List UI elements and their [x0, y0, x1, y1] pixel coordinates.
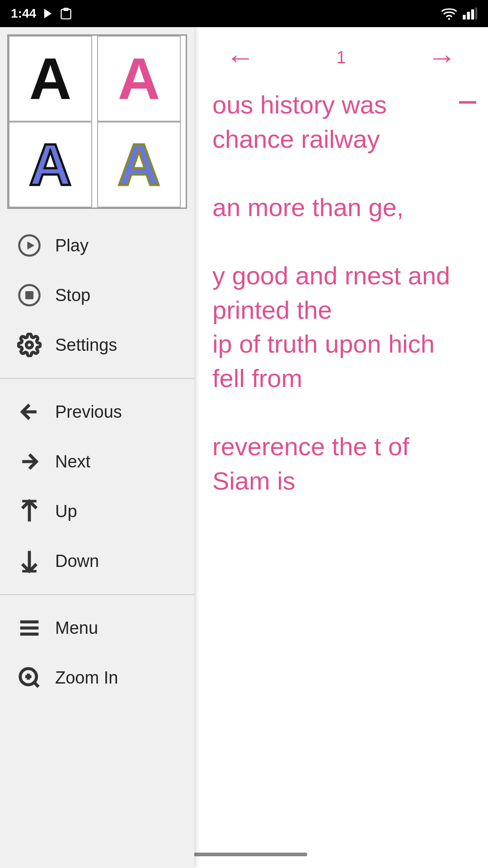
play-menu-item[interactable]: Play — [0, 221, 194, 270]
signal-icon — [463, 7, 477, 20]
next-arrow-button[interactable]: → — [427, 41, 456, 74]
gear-icon — [16, 332, 42, 358]
menu-menu-item[interactable]: Menu — [0, 603, 194, 653]
play-status-icon — [42, 7, 54, 20]
arrow-up-icon — [16, 498, 42, 524]
arrow-right-icon — [16, 448, 42, 475]
up-label: Up — [55, 502, 77, 521]
svg-rect-11 — [25, 291, 33, 299]
arrow-left-icon — [16, 399, 42, 425]
font-cell-pink[interactable]: A — [97, 36, 181, 122]
font-letter-black: A — [29, 49, 72, 108]
font-cell-olive-outline[interactable]: A — [97, 122, 181, 208]
font-cell-black[interactable]: A — [9, 36, 92, 122]
play-label: Play — [55, 236, 89, 255]
divider-1 — [0, 378, 194, 379]
navigation-section: Previous Next — [0, 382, 194, 590]
page-number: 1 — [336, 48, 346, 67]
svg-point-12 — [26, 342, 33, 348]
svg-rect-6 — [471, 9, 474, 20]
svg-point-3 — [448, 18, 450, 20]
previous-menu-item[interactable]: Previous — [0, 387, 194, 437]
zoom-in-menu-item[interactable]: Zoom In — [0, 653, 194, 703]
divider-2 — [0, 594, 194, 595]
nav-arrows-bar: ← 1 → — [208, 36, 474, 79]
svg-rect-7 — [475, 8, 477, 20]
font-letter-olive-outline: A — [118, 135, 160, 194]
status-left: 1:44 — [11, 6, 72, 21]
zoom-in-label: Zoom In — [55, 668, 118, 688]
pause-indicator: || — [459, 99, 479, 102]
svg-marker-0 — [44, 9, 52, 19]
next-label: Next — [55, 452, 90, 472]
play-stop-settings-section: Play Stop — [0, 216, 194, 374]
right-panel: ← 1 → || ous history was chance railway … — [194, 27, 488, 868]
svg-rect-5 — [467, 12, 470, 19]
prev-arrow-button[interactable]: ← — [226, 41, 255, 74]
stop-menu-item[interactable]: Stop — [0, 270, 194, 320]
wifi-icon — [441, 7, 457, 20]
settings-menu-item[interactable]: Settings — [0, 320, 194, 370]
font-letter-pink: A — [118, 49, 160, 108]
settings-label: Settings — [55, 335, 117, 355]
book-content: ous history was chance railway an more t… — [208, 88, 474, 498]
stop-icon — [16, 282, 42, 308]
svg-marker-9 — [28, 241, 35, 250]
home-indicator[interactable] — [181, 853, 307, 856]
font-grid: A A A A — [7, 34, 187, 209]
clipboard-icon — [60, 7, 72, 20]
left-panel: A A A A Play — [0, 27, 194, 868]
zoom-in-icon — [16, 665, 42, 691]
play-icon — [16, 232, 42, 259]
status-bar: 1:44 — [0, 0, 488, 27]
bottom-menu-section: Menu Zoom In — [0, 599, 194, 707]
status-right — [441, 7, 477, 20]
font-cell-blue-outline[interactable]: A — [9, 122, 92, 208]
menu-icon — [16, 615, 42, 641]
previous-label: Previous — [55, 402, 122, 422]
main-layout: A A A A Play — [0, 27, 488, 868]
up-menu-item[interactable]: Up — [0, 486, 194, 536]
svg-line-23 — [34, 682, 38, 687]
svg-rect-4 — [463, 15, 466, 20]
next-menu-item[interactable]: Next — [0, 437, 194, 486]
down-menu-item[interactable]: Down — [0, 536, 194, 586]
down-label: Down — [55, 552, 99, 571]
menu-label: Menu — [55, 618, 98, 638]
stop-label: Stop — [55, 286, 90, 305]
font-letter-blue-outline: A — [29, 135, 72, 194]
time-display: 1:44 — [11, 6, 36, 21]
arrow-down-icon — [16, 548, 42, 574]
